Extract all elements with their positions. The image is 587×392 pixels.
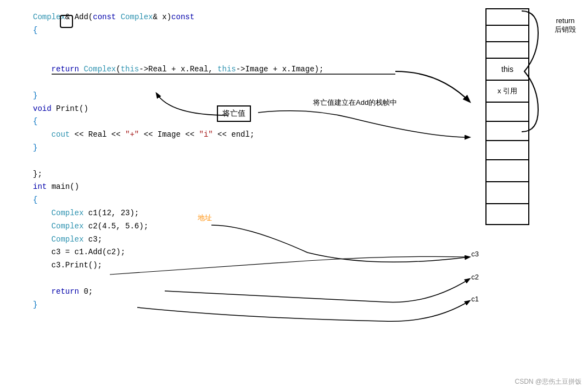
- label-c2: c2: [471, 273, 479, 281]
- label-c3: c3: [471, 250, 479, 258]
- code-line-10: cout << Real << "+" << Image << "i" << e…: [33, 128, 323, 142]
- stack-cell-mid3: [485, 140, 529, 159]
- code-line-7: }: [33, 89, 323, 103]
- return-val-box: 将亡值: [217, 105, 251, 122]
- annotation-address: 地址: [198, 213, 212, 223]
- code-line-5: return Complex(this->Real + x.Real, this…: [33, 63, 323, 76]
- stack-cell-this: this: [485, 58, 529, 80]
- code-line-9: {: [33, 115, 323, 128]
- code-line-13: };: [33, 168, 323, 181]
- code-line-18: Complex c3;: [33, 233, 323, 247]
- code-line-12: [33, 155, 323, 168]
- stack-cell-x-ref: x 引用: [485, 80, 529, 102]
- stack-cell-mid2: [485, 121, 529, 140]
- return-val-label: 将亡值: [222, 109, 245, 117]
- stack-cell-c2: [485, 181, 529, 203]
- code-line-2: {: [33, 24, 323, 37]
- code-line-19: c3 = c1.Add(c2);: [33, 246, 323, 259]
- stack-cell-top3: [485, 41, 529, 58]
- stack-cell-c3: [485, 159, 529, 181]
- code-area: Complex& Add(const Complex& x)const { re…: [33, 11, 323, 311]
- code-line-20: c3.Print();: [33, 259, 323, 272]
- code-line-15: {: [33, 194, 323, 207]
- code-line-22: return 0;: [33, 285, 323, 299]
- watermark: CSDN @悲伤土豆拼饭: [515, 377, 582, 387]
- stack-cell-top2: [485, 25, 529, 41]
- return-destroy-label: return 后销毁: [555, 16, 576, 35]
- main-container: Complex& Add(const Complex& x)const { re…: [0, 0, 587, 392]
- code-line-14: int main(): [33, 181, 323, 194]
- stack-cell-c1: [485, 203, 529, 225]
- code-line-11: }: [33, 142, 323, 155]
- annotation-stack-frame: 将亡值建立在Add的栈帧中: [313, 98, 397, 108]
- stack-diagram: this x 引用: [485, 8, 529, 225]
- code-line-17: Complex c2(4.5, 5.6);: [33, 220, 323, 233]
- code-line-16: Complex c1(12, 23);: [33, 207, 323, 220]
- code-line-3: [33, 37, 323, 51]
- code-line-8: void Print(): [33, 103, 323, 116]
- code-line-6: [33, 76, 323, 89]
- code-line-23: }: [33, 299, 323, 312]
- label-c1: c1: [471, 295, 479, 303]
- code-line-1: Complex& Add(const Complex& x)const: [33, 11, 323, 24]
- code-line-4: [33, 50, 323, 63]
- code-line-21: [33, 272, 323, 285]
- stack-cell-mid1: [485, 102, 529, 121]
- stack-cell-top1: [485, 8, 529, 25]
